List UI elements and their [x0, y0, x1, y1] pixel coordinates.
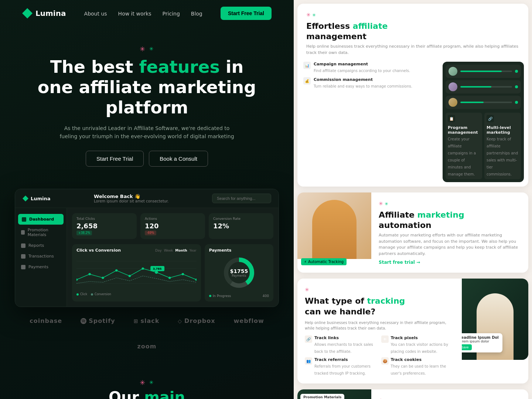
sidebar-mock-transactions[interactable]: Transactions: [15, 251, 66, 262]
mockup-logo-icon: [23, 195, 28, 201]
nav-item-pricing[interactable]: Pricing: [163, 11, 180, 17]
profile-bar-fill-2: [460, 86, 491, 88]
card2-cta[interactable]: Start free trial →: [379, 260, 420, 265]
promo-icon: [21, 230, 25, 235]
avatar-3: [449, 98, 457, 107]
track-pixels: 👁 Track pixels You can track visitor act…: [381, 335, 455, 354]
mockup-search-input[interactable]: [212, 194, 271, 203]
mockup-welcome: Welcome Back 👋 Lorem ipsum dolor sit ame…: [94, 194, 168, 203]
card1-title: Effortless affiliate management: [306, 21, 519, 41]
card4-inner: Promotion Materials 📦 Creative promotion…: [297, 389, 528, 399]
svg-text:3,785: 3,785: [153, 267, 162, 271]
reports-icon: [21, 243, 25, 248]
tracking-grid: 🔗 Track links Allows merchants to track …: [305, 335, 454, 376]
card2-inner: ⚡ Automatic Tracking Affiliate marketing…: [297, 192, 528, 273]
svg-point-14: [182, 273, 184, 275]
card3-image: Headline Ipsum Dol Lorem ipsum dolor Sav…: [462, 279, 528, 383]
line-chart-svg: 3,785: [76, 256, 197, 289]
legend-click: Click: [76, 293, 87, 296]
stat-card-clicks: Total Clicks 2,658 +38.2%: [72, 213, 137, 239]
dashboard-mockup: Lumina Welcome Back 👋 Lorem ipsum dolor …: [15, 189, 279, 307]
card3-sparkles: [305, 286, 454, 293]
profile-row-3: [446, 96, 521, 109]
tab-week[interactable]: Week: [164, 249, 173, 252]
sidebar-mock-reports[interactable]: Reports: [15, 240, 66, 251]
hero-sparkles: [30, 45, 264, 51]
card-tracking: What type of tracking can we handle? Hel…: [297, 279, 528, 383]
profile-bar-fill-1: [460, 71, 502, 72]
profile-list: [446, 65, 521, 109]
avatar-1: [449, 67, 457, 76]
donut-chart: $1755 Payments: [209, 254, 269, 291]
profile-dot-1: [515, 70, 518, 73]
svg-point-12: [141, 267, 144, 270]
feature-commission: 💰 Commission management Turn reliable an…: [303, 77, 437, 89]
nav-item-about[interactable]: About us: [84, 11, 107, 17]
svg-point-11: [129, 275, 131, 277]
track-referrals: 👥 Track referrals Referrals from your cu…: [305, 357, 378, 376]
sidebar-mock-promo[interactable]: Promotion Materials: [15, 225, 66, 240]
sparkle-pink-icon: [140, 45, 146, 51]
card-effortless: Effortless affiliate management Help onl…: [297, 4, 528, 187]
mockup-topbar: Lumina Welcome Back 👋 Lorem ipsum dolor …: [15, 189, 279, 208]
hero-buttons: Start Free Trial Book a Consult: [30, 151, 264, 167]
tab-year[interactable]: Year: [190, 249, 197, 252]
card1-content: 📊 Campaign management Find affiliate cam…: [297, 62, 528, 187]
sparkle-teal-icon: [149, 45, 154, 51]
logo: Lumina: [22, 8, 66, 18]
card2-spark-pink: [379, 200, 383, 207]
card2-spark-teal: [385, 200, 388, 207]
tab-month[interactable]: Month: [175, 249, 187, 252]
partner-webflow: webflow: [234, 317, 264, 324]
card2-desc: Automate your marketing efforts with our…: [379, 232, 521, 257]
track-cookies-icon: 🍪: [381, 357, 389, 365]
profile-row-1: [446, 65, 521, 78]
nav-item-how[interactable]: How it works: [118, 11, 151, 17]
sidebar-mock-payments[interactable]: Payments: [15, 262, 66, 272]
stat-card-actions: Actions 120 -69%: [140, 213, 205, 239]
partners-section: coinbase Spotify ⊞ slack ◇ Dropbox webfl…: [0, 307, 294, 360]
track-pixels-icon: 👁: [381, 335, 389, 343]
payments-icon: [21, 265, 25, 269]
card2-placeholder: [297, 192, 371, 259]
right-panel-scroll: Effortless affiliate management Help onl…: [294, 0, 532, 399]
hero-trial-button[interactable]: Start Free Trial: [86, 151, 144, 167]
card1-sparkles: [306, 11, 519, 18]
transactions-icon: [21, 254, 25, 259]
card4-spark-pink: [379, 397, 383, 399]
card4-spark-teal: [385, 397, 388, 399]
svg-point-7: [76, 279, 78, 281]
profile-bar-1: [460, 71, 512, 72]
card4-image: Promotion Materials 📦: [297, 389, 371, 399]
card2-badge: ⚡ Automatic Tracking: [301, 258, 347, 265]
card2-title: Affiliate marketing automation: [379, 210, 521, 230]
svg-point-9: [102, 277, 104, 279]
card3-spark-pink: [305, 286, 309, 293]
card4-sparkles: [379, 397, 521, 399]
track-links: 🔗 Track links Allows merchants to track …: [305, 335, 378, 354]
feature-list: 📊 Campaign management Find affiliate cam…: [303, 62, 437, 89]
profile-dot-2: [515, 85, 518, 88]
logo-text: Lumina: [35, 9, 66, 18]
promo-badge: Promotion Materials: [300, 394, 344, 399]
mockup-sidebar: Dashboard Promotion Materials Reports Tr…: [15, 208, 67, 307]
profile-dot-3: [515, 101, 518, 104]
hero-section: The best features in one affiliate marke…: [0, 27, 294, 189]
partner-dropbox: ◇ Dropbox: [178, 317, 215, 324]
tab-day[interactable]: Day: [155, 249, 162, 252]
nav-cta-button[interactable]: Start Free Trial: [221, 7, 272, 20]
bottom-section: Our main product features Lorem ipsum do…: [0, 360, 294, 399]
card1-desc: Help online businesses track everything …: [306, 44, 519, 56]
floating-save-button[interactable]: Save: [462, 344, 472, 350]
partner-slack: ⊞ slack: [134, 317, 160, 324]
svg-point-13: [168, 277, 171, 279]
feature-program: 📋 Program management Create your affilia…: [446, 113, 482, 179]
card1-right-features: 📋 Program management Create your affilia…: [446, 113, 521, 179]
nav-item-blog[interactable]: Blog: [191, 11, 202, 17]
bottom-heading: Our main product features: [30, 388, 264, 399]
partner-coinbase: coinbase: [30, 317, 62, 324]
stat-card-conversion: Conversion Rate 12%: [209, 213, 273, 239]
campaign-icon: 📊: [303, 62, 311, 69]
hero-consult-button[interactable]: Book a Consult: [149, 151, 208, 167]
sidebar-mock-dashboard[interactable]: Dashboard: [18, 214, 64, 225]
